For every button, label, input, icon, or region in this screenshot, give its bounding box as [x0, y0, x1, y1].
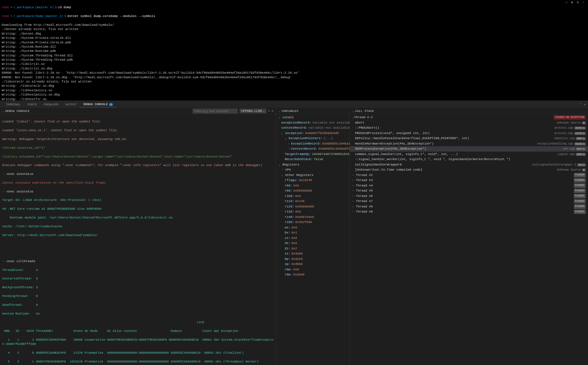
terminal-line: Writing: ./System.Runtime.pdb [2, 49, 586, 53]
register-row[interactable]: r9d: 0xbb0dda90 [276, 188, 350, 194]
variables-panel: ⌄VARIABLES ⌄Locals exceptionRecord: vari… [276, 108, 350, 365]
thread-row[interactable]: › Thread #9PAUSED [350, 209, 588, 215]
debug-console-panel: ⌄DEBUG CONSOLE cppdbg-lldb⌄ ≡ ⊘ Loaded '… [0, 108, 276, 365]
register-row[interactable]: r15d: 0x4b2f690 [276, 220, 350, 225]
debug-target-combo[interactable]: cppdbg-lldb⌄ [240, 109, 266, 113]
chevron-up-icon[interactable]: ⌃ [580, 103, 582, 106]
variable-row[interactable]: contextRecord: variable not available [276, 125, 350, 131]
tab-terminal[interactable]: TERMINAL [2, 102, 24, 107]
chevron-down-icon[interactable]: ⌄ [278, 109, 280, 113]
thread-row[interactable]: › Thread #3PAUSED [350, 178, 588, 183]
terminal-line: Writing: ./libhostfxr.so [2, 97, 586, 101]
terminal-line: Writing: ./System.Threading.Thread.pdb [2, 58, 586, 62]
variable-row[interactable]: exceptionRecord: variable not available [276, 120, 350, 126]
thread-row[interactable]: › Thread #4PAUSED [350, 183, 588, 188]
split-icon[interactable]: ▤ [576, 1, 580, 5]
terminal-line: Writing: ./System.Private.CoreLib.dll [2, 36, 586, 40]
register-row[interactable]: r14d: 0x800703e9 [276, 215, 350, 220]
terminal-line: Writing: ./dotnet.dbg [2, 32, 586, 36]
panel-title: DEBUG CONSOLE [5, 109, 30, 113]
terminal-line: Writing: ./System.Private.CoreLib.pdb [2, 41, 586, 45]
register-row[interactable]: bp: 0xdce0 [276, 256, 350, 262]
thread-header[interactable]: ⌄Thread #-2 PAUSED ON EXCEPTION [350, 115, 588, 120]
variable-row[interactable]: ⌄ExceptionPointers: {...} [276, 136, 350, 141]
terminal-line: Writing: ./libcoreclr.so.dbg [2, 84, 586, 88]
terminal-line: Writing: ./libhostpolicy.so.dbg [2, 93, 586, 97]
thread-row[interactable]: › Thread #5PAUSED [350, 188, 588, 194]
terminal-line: Writing: ./libclrjit.so.dbg [2, 67, 586, 71]
clear-icon[interactable]: ⊘ [272, 109, 274, 113]
register-row[interactable]: cx: 0x0 [276, 235, 350, 241]
terminal-line: ERROR: Not Found: librt-2.28.so - 'http:… [2, 71, 586, 75]
panel-tabs: TERMINAL PORTS PROBLEMS OUTPUT DEBUG CON… [0, 101, 588, 108]
filter-input[interactable] [193, 109, 238, 114]
stack-frame[interactable]: PROCEndProcess(void*, unsigned int, int)… [350, 131, 588, 136]
terminal-line: Writing: ./System.Runtime.dll [2, 45, 586, 49]
register-row[interactable]: r8d: 0x0 [276, 183, 350, 188]
variable-row[interactable]: RecordsOnStack: false [276, 157, 350, 162]
callstack-panel: ⌄CALL STACK ⌄Thread #-2 PAUSED ON EXCEPT… [350, 108, 588, 365]
prompt-user: root [2, 5, 9, 10]
variable-row[interactable]: ›ContextRecord: 0x000055c304ba0f90 [276, 146, 350, 152]
split-icon[interactable]: ▢ [564, 1, 569, 5]
filter-icon[interactable]: ≡ [268, 109, 270, 113]
stack-frame[interactable]: ::signal_handler_worker(int, siginfo_t *… [350, 157, 588, 162]
register-row[interactable]: bx: 0x1 [276, 230, 350, 235]
register-row[interactable]: r12d: 0xbb0de8d0 [276, 204, 350, 209]
terminal-line: ./libcoreclr.so already exists, file not… [2, 80, 586, 84]
terminal-line: Writing: ./System.Threading.Thread.dll [2, 54, 586, 58]
register-row[interactable]: di: 0x2 [276, 246, 350, 251]
close-icon[interactable]: ✕ [584, 103, 586, 106]
terminal-line: ./dotnet already exists, file not writte… [2, 27, 586, 31]
console-output[interactable]: Loaded '[vdso]'. Cannot find or open the… [0, 114, 276, 365]
stack-frame[interactable]: ::PROCAbort()process.cpp3473:1 [350, 125, 588, 131]
tab-output[interactable]: OUTPUT [62, 102, 80, 107]
panel-title: CALL STACK [355, 109, 374, 113]
paused-badge: PAUSED ON EXCEPTION [554, 115, 586, 120]
variable-row[interactable]: ⌄exception: 0x00007fb2bb0de8d0 [276, 131, 350, 136]
scope-locals[interactable]: ⌄Locals [276, 115, 350, 120]
chevron-down-icon[interactable]: ⌄ [2, 109, 4, 113]
register-row[interactable]: r0w: 0x0 [276, 267, 350, 272]
tab-ports[interactable]: PORTS [24, 102, 40, 107]
register-row[interactable]: r10d: 0x8 [276, 194, 350, 199]
panel-title: VARIABLES [282, 109, 298, 113]
scope-cpu[interactable]: ›CPU [276, 167, 350, 173]
tab-debug-console[interactable]: DEBUG CONSOLE1 [80, 101, 117, 107]
register-row[interactable]: r9w: 0xda90 [276, 272, 350, 277]
more-icon[interactable]: ⋯ [581, 1, 586, 5]
terminal-line: ERROR: Not Found: librt-2.28.so.dbg - 'h… [2, 75, 586, 80]
split-icon[interactable]: ▣ [570, 1, 574, 5]
terminal-line: Writing: ./libhostpolicy.so [2, 88, 586, 93]
stack-frame[interactable]: CallSignalHandlerWrapper0callsignalhandl… [350, 162, 588, 167]
stack-frame[interactable]: common_signal_handler(int, siginfo_t*, v… [350, 152, 588, 157]
chevron-down-icon: ⌄ [263, 109, 265, 113]
terminal-line: Downloading from http://msdl.microsoft.c… [2, 23, 586, 27]
variable-row[interactable]: TargetFrameSp: 18446744073709551615 [276, 152, 350, 157]
stack-frame[interactable]: abortUnknown Source0 [350, 120, 588, 126]
terminal-line: Writing: ./libclrjit.so [2, 62, 586, 66]
register-row[interactable]: sp: 0xdbb0 [276, 262, 350, 267]
stack-frame[interactable]: [Unknown/Just-In-Time compiled code]Unkn… [350, 167, 588, 173]
window-controls: ▢ ▣ ▤ ⋯ [564, 1, 586, 5]
variable-row[interactable]: ›ExceptionRecord: 0x000055c304ba1460 [276, 141, 350, 147]
stack-frame[interactable]: HandleHardwareException(PAL_SEHException… [350, 141, 588, 147]
register-row[interactable]: r13d: 0x0 [276, 209, 350, 215]
thread-row[interactable]: › Thread #2PAUSED [350, 173, 588, 178]
terminal-output[interactable]: root➜/_workspace(master ✗)$cd dump root➜… [0, 0, 588, 101]
stack-frame[interactable]: EEPolicy::HandleFatalStackOverflow(_EXCE… [350, 136, 588, 141]
chevron-down-icon[interactable]: ⌄ [352, 109, 354, 113]
scope-registers[interactable]: ⌄Registers [276, 162, 350, 167]
tab-problems[interactable]: PROBLEMS [40, 102, 62, 107]
register-row[interactable]: dx: 0x0 [276, 241, 350, 246]
register-row[interactable]: r11d: 0x246 [276, 199, 350, 204]
register-row[interactable]: ax: 0x0 [276, 225, 350, 230]
stack-frame[interactable]: SEHProcessException(PAL_SEHException*)se… [350, 146, 588, 152]
thread-row[interactable]: › Thread #6PAUSED [350, 194, 588, 199]
register-row[interactable]: si: 0xda90 [276, 251, 350, 256]
register-row[interactable]: rflags: 0x10246 [276, 178, 350, 183]
scope-other-registers[interactable]: ⌄Other Registers [276, 173, 350, 178]
thread-row[interactable]: › Thread #8PAUSED [350, 204, 588, 209]
thread-row[interactable]: › Thread #7PAUSED [350, 199, 588, 204]
